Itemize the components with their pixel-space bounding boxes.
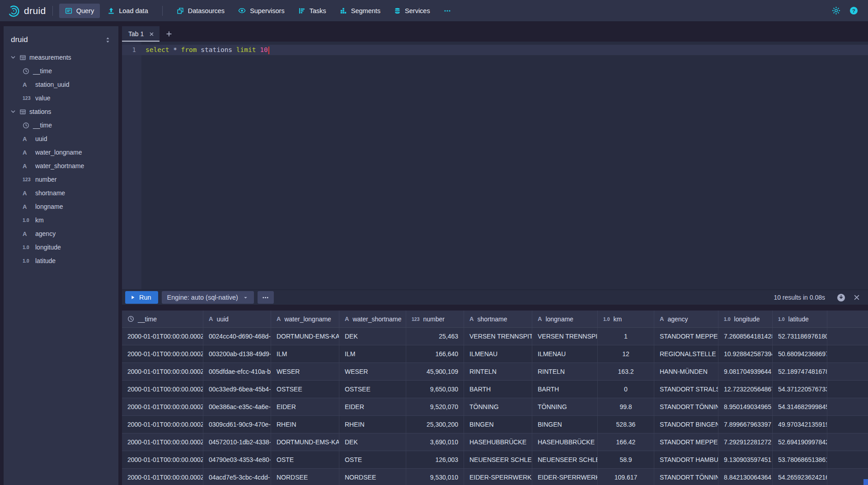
table-cell-shortname[interactable]: RINTELN — [464, 363, 532, 380]
table-cell-water-longname[interactable]: NORDSEE — [271, 469, 339, 485]
nav-item-query[interactable]: Query — [59, 4, 100, 18]
sort-columns-icon[interactable] — [104, 37, 111, 43]
add-tab-button[interactable] — [160, 26, 178, 42]
table-cell-uuid[interactable]: 00c33ed9-6bea-45b4- — [203, 381, 271, 398]
column-header-uuid[interactable]: Auuid — [203, 311, 271, 327]
help-icon[interactable]: ? — [849, 6, 858, 15]
table-cell-uuid[interactable]: 04572010-1db2-4338- — [203, 433, 271, 451]
table-cell-water-shortname[interactable]: WESER — [339, 363, 406, 380]
table-cell-km[interactable]: 0 — [598, 381, 654, 398]
table-cell-longitude[interactable]: 8.950149034965 — [718, 398, 773, 415]
table-cell-water-longname[interactable]: RHEIN — [271, 416, 339, 433]
download-icon[interactable] — [837, 293, 845, 302]
table-cell--time[interactable]: 2000-01-01T00:00:00.000Z — [122, 363, 203, 380]
table-cell--time[interactable]: 2000-01-01T00:00:00.000Z — [122, 345, 203, 363]
tree-table-measurements[interactable]: measurements — [4, 51, 118, 64]
table-cell-shortname[interactable]: BINGEN — [464, 416, 532, 433]
table-cell-longname[interactable]: HASEHUBBRÜCKE — [532, 433, 598, 451]
table-cell-longitude[interactable]: 12.723220564867 — [718, 381, 773, 398]
table-cell-longname[interactable]: ILMENAU — [532, 345, 598, 363]
table-cell-shortname[interactable]: TÖNNING — [464, 398, 532, 415]
table-cell-shortname[interactable]: ILMENAU — [464, 345, 532, 363]
column-header--time[interactable]: __time — [122, 311, 203, 327]
table-cell-km[interactable]: 1 — [598, 328, 654, 345]
nav-item-datasources[interactable]: Datasources — [171, 4, 230, 18]
table-cell-uuid[interactable]: 003200ab-d138-49d9- — [203, 345, 271, 363]
column-header-latitude[interactable]: 1.0latitude — [773, 311, 827, 327]
table-cell-water-shortname[interactable]: DEK — [339, 328, 406, 345]
column-header-water-longname[interactable]: Awater_longname — [271, 311, 339, 327]
close-results-icon[interactable] — [854, 294, 860, 301]
table-cell-latitude[interactable]: 52.189747481678 — [773, 363, 827, 380]
nav-item-more[interactable] — [438, 4, 457, 18]
table-cell-longname[interactable]: TÖNNING — [532, 398, 598, 415]
tree-column-longitude[interactable]: 1.0longitude — [4, 240, 118, 254]
table-cell-latitude[interactable]: 54.314682999845 — [773, 398, 827, 415]
scrollbar-thumb[interactable] — [863, 479, 868, 485]
table-cell-number[interactable]: 9,530,010 — [406, 469, 464, 485]
table-cell-shortname[interactable]: BARTH — [464, 381, 532, 398]
nav-item-segments[interactable]: Segments — [334, 4, 386, 18]
table-cell-uuid[interactable]: 0024cc40-d690-468d- — [203, 328, 271, 345]
table-cell-longitude[interactable]: 7.292912281272 — [718, 433, 773, 451]
column-header-number[interactable]: 123number — [406, 311, 464, 327]
table-cell-longitude[interactable]: 9.130903597451 — [718, 451, 773, 468]
engine-select[interactable]: Engine: auto (sql-native) — [162, 291, 254, 304]
table-cell--time[interactable]: 2000-01-01T00:00:00.000Z — [122, 469, 203, 485]
table-cell-agency[interactable]: STANDORT STRALSUN — [654, 381, 718, 398]
table-cell--time[interactable]: 2000-01-01T00:00:00.000Z — [122, 433, 203, 451]
table-cell-shortname[interactable]: EIDER-SPERRWERK AP — [464, 469, 532, 485]
tab-close-icon[interactable] — [149, 32, 154, 37]
table-cell-km[interactable]: 109.617 — [598, 469, 654, 485]
table-cell-water-shortname[interactable]: EIDER — [339, 398, 406, 415]
table-cell-water-longname[interactable]: OSTSEE — [271, 381, 339, 398]
table-cell-uuid[interactable]: 0309cd61-90c9-470e- — [203, 416, 271, 433]
table-cell--time[interactable]: 2000-01-01T00:00:00.000Z — [122, 381, 203, 398]
table-cell-number[interactable]: 25,300,200 — [406, 416, 464, 433]
nav-item-supervisors[interactable]: Supervisors — [232, 3, 291, 18]
table-cell-latitude[interactable]: 50.680942368697 — [773, 345, 827, 363]
table-cell-water-longname[interactable]: EIDER — [271, 398, 339, 415]
table-cell-number[interactable]: 9,650,030 — [406, 381, 464, 398]
nav-item-load-data[interactable]: Load data — [102, 4, 154, 18]
table-cell--time[interactable]: 2000-01-01T00:00:00.000Z — [122, 451, 203, 468]
column-header-shortname[interactable]: Ashortname — [464, 311, 532, 327]
table-cell-agency[interactable]: STANDORT BINGEN — [654, 416, 718, 433]
table-cell-longitude[interactable]: 9.081704939644 — [718, 363, 773, 380]
column-header-longitude[interactable]: 1.0longitude — [718, 311, 773, 327]
table-cell-agency[interactable]: STANDORT TÖNNING — [654, 469, 718, 485]
table-cell-longname[interactable]: BINGEN — [532, 416, 598, 433]
table-cell-uuid[interactable]: 04acd7e5-3cbc-4cdd- — [203, 469, 271, 485]
table-cell-latitude[interactable]: 52.694190997842 — [773, 433, 827, 451]
table-cell-number[interactable]: 45,900,109 — [406, 363, 464, 380]
table-cell-latitude[interactable]: 52.731186976180 — [773, 328, 827, 345]
table-cell-number[interactable]: 3,690,010 — [406, 433, 464, 451]
table-cell-longitude[interactable]: 8.842130064364 — [718, 469, 773, 485]
table-cell-water-longname[interactable]: DORTMUND-EMS-KANAL — [271, 433, 339, 451]
table-cell--time[interactable]: 2000-01-01T00:00:00.000Z — [122, 398, 203, 415]
table-cell--time[interactable]: 2000-01-01T00:00:00.000Z — [122, 328, 203, 345]
column-header-water-shortname[interactable]: Awater_shortname — [339, 311, 406, 327]
tree-column-station-uuid[interactable]: Astation_uuid — [4, 78, 118, 91]
tree-column--time[interactable]: __time — [4, 64, 118, 78]
table-cell-longname[interactable]: RINTELN — [532, 363, 598, 380]
table-cell-longname[interactable]: BARTH — [532, 381, 598, 398]
table-cell-water-shortname[interactable]: ILM — [339, 345, 406, 363]
table-cell-agency[interactable]: STANDORT MEPPEN — [654, 433, 718, 451]
table-cell-longitude[interactable]: 10.928842587394 — [718, 345, 773, 363]
table-cell-number[interactable]: 126,003 — [406, 451, 464, 468]
table-cell-uuid[interactable]: 04790e03-4353-4e80- — [203, 451, 271, 468]
table-cell-water-longname[interactable]: OSTE — [271, 451, 339, 468]
table-cell-longname[interactable]: NEUENSEER SCHLEUS — [532, 451, 598, 468]
nav-item-services[interactable]: Services — [388, 4, 436, 18]
table-cell-latitude[interactable]: 54.371220576733 — [773, 381, 827, 398]
table-cell-latitude[interactable]: 49.970342135919 — [773, 416, 827, 433]
gear-icon[interactable] — [832, 6, 840, 15]
tab-tab1[interactable]: Tab 1 — [122, 26, 160, 42]
table-cell-km[interactable]: 99.8 — [598, 398, 654, 415]
tree-column--time[interactable]: __time — [4, 118, 118, 132]
table-cell-number[interactable]: 166,640 — [406, 345, 464, 363]
table-cell-latitude[interactable]: 53.780686513861 — [773, 451, 827, 468]
table-cell-agency[interactable]: HANN-MÜNDEN — [654, 363, 718, 380]
table-cell-shortname[interactable]: NEUENSEER SCHLEUS — [464, 451, 532, 468]
